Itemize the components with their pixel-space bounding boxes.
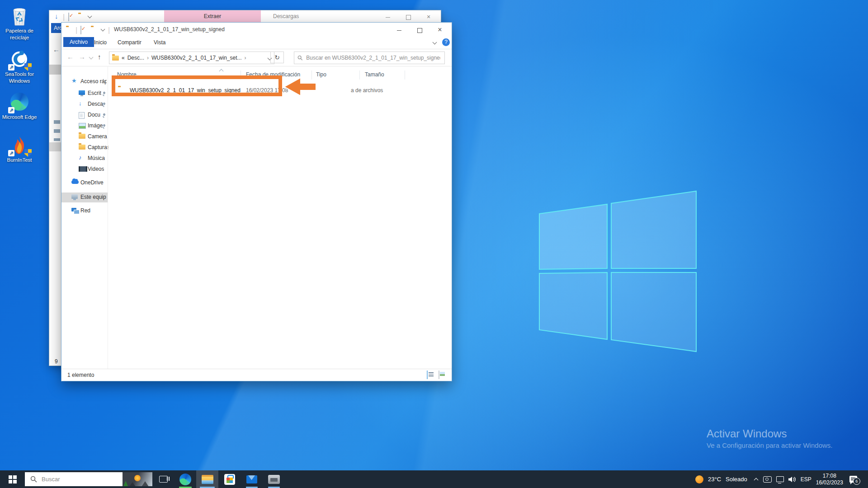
start-button[interactable]: [0, 470, 25, 488]
qat-customize-chevron-icon[interactable]: [88, 14, 92, 19]
notification-center-icon[interactable]: 6: [849, 476, 857, 483]
windows-logo-wallpaper: [520, 181, 723, 361]
back-back-arrow-icon[interactable]: ←: [53, 46, 60, 53]
qat-check-icon[interactable]: [68, 13, 69, 21]
shortcut-arrow-icon: ↗: [8, 107, 14, 113]
ribbon-collapse-chevron-icon[interactable]: [433, 40, 437, 45]
folder-icon: [79, 134, 85, 139]
sidebar-item-documents[interactable]: Docu: [61, 110, 108, 120]
sidebar-item-downloads[interactable]: ↓ Desca: [61, 99, 108, 109]
drive-utility-icon: [268, 475, 280, 484]
sidebar-item-label: Camera: [88, 133, 107, 140]
pin-icon: [103, 124, 106, 127]
desktop-icon-seatools[interactable]: ↗ SeaTools for Windows: [0, 50, 39, 84]
qat-customize-chevron-icon[interactable]: [101, 27, 105, 32]
uac-shield-icon: [24, 149, 32, 157]
sidebar-item-label: Videos: [88, 166, 104, 172]
close-button[interactable]: ×: [430, 23, 450, 36]
sidebar-item-camera[interactable]: Camera: [61, 132, 108, 142]
network-tray-icon[interactable]: [776, 476, 784, 482]
tray-date: 16/02/2023: [816, 479, 843, 486]
column-header-tamano[interactable]: Tamaño: [365, 71, 384, 78]
explorer-window-wusb[interactable]: | | WUSB6300v2_2_1_01_17_win_setup_signe…: [61, 22, 452, 381]
address-row: ← → ↑ « Desc... › WUSB6300v2_2_1_01_17_w…: [61, 49, 452, 66]
separator: |: [63, 13, 65, 21]
sidebar-item-quick-access[interactable]: ★ Acceso ráp: [61, 77, 108, 87]
back-close-button[interactable]: ×: [419, 10, 439, 23]
nav-up-icon[interactable]: ↑: [98, 53, 101, 61]
sidebar-item-this-pc[interactable]: Este equip: [61, 192, 108, 202]
nav-history-chevron-icon[interactable]: [89, 55, 94, 60]
sidebar-item-network[interactable]: Red: [61, 206, 108, 216]
tab-inicio[interactable]: Inicio: [94, 39, 107, 46]
minimize-button[interactable]: [389, 23, 409, 36]
address-bar[interactable]: « Desc... › WUSB6300v2_2_1_01_17_win_set…: [109, 52, 274, 64]
system-tray: 23°C Soleado ESP 17:08 16/02/2023 6: [693, 470, 868, 488]
desktop-icon-recycle-bin[interactable]: Papelera de reciclaje: [0, 6, 39, 41]
this-pc-icon: [71, 194, 78, 199]
tab-extraer[interactable]: Extraer: [164, 10, 261, 23]
column-header-tipo[interactable]: Tipo: [316, 71, 326, 78]
nav-back-icon[interactable]: ←: [67, 53, 74, 61]
taskbar-search-box[interactable]: [25, 472, 152, 486]
weather-sun-icon[interactable]: [695, 475, 703, 483]
taskbar-store-button[interactable]: [218, 470, 241, 488]
meet-camera-icon[interactable]: [763, 476, 772, 483]
nav-forward-icon[interactable]: →: [79, 53, 85, 61]
clock[interactable]: 17:08 16/02/2023: [816, 473, 843, 486]
weather-condition[interactable]: Soleado: [726, 476, 747, 483]
search-highlight-image[interactable]: [123, 472, 152, 486]
sidebar-item-capturas[interactable]: Capturas: [61, 143, 108, 153]
edge-icon: [179, 474, 191, 485]
sidebar-item-videos[interactable]: Videos: [61, 164, 108, 174]
crumb-current[interactable]: WUSB6300v2_2_1_01_17_win_set...: [151, 55, 241, 61]
front-window-title: WUSB6300v2_2_1_01_17_win_setup_signed: [114, 26, 225, 33]
pin-icon: [103, 92, 106, 95]
desktop-icon-edge[interactable]: ↗ Microsoft Edge: [0, 92, 39, 121]
search-icon: [297, 55, 302, 61]
help-icon[interactable]: ?: [442, 38, 450, 46]
crumb-overflow[interactable]: «: [122, 55, 125, 61]
taskbar-mail-button[interactable]: [241, 470, 263, 488]
back-window-titlebar[interactable]: ↓ | Extraer Descargas ×: [49, 10, 441, 23]
details-view-button[interactable]: [427, 371, 428, 379]
activation-title: Activar Windows: [707, 427, 832, 441]
search-input[interactable]: [305, 54, 441, 61]
taskbar-search-input[interactable]: [41, 475, 123, 483]
sidebar-item-music[interactable]: ♪ Música: [61, 154, 108, 164]
back-tab-archivo-partial[interactable]: Arc: [51, 23, 62, 33]
back-minimize-button[interactable]: [378, 10, 398, 23]
back-maximize-button[interactable]: [398, 10, 418, 23]
sidebar-item-pictures[interactable]: Imáge: [61, 121, 108, 131]
volume-icon[interactable]: [788, 476, 796, 483]
taskbar-app-button[interactable]: [263, 470, 285, 488]
tab-extraer-label: Extraer: [204, 13, 222, 19]
sidebar-item-onedrive[interactable]: OneDrive: [61, 178, 108, 188]
taskbar-explorer-button[interactable]: [196, 470, 218, 488]
tray-overflow-chevron-icon[interactable]: [754, 478, 758, 483]
column-separator: [359, 70, 360, 80]
desktop-icon-burnintest[interactable]: ↗ BurnInTest: [0, 136, 39, 164]
thumbnail-view-button[interactable]: [439, 371, 439, 379]
maximize-button[interactable]: [410, 23, 429, 36]
task-view-button[interactable]: [152, 470, 174, 488]
refresh-button[interactable]: ↻: [270, 52, 284, 63]
language-indicator[interactable]: ESP: [801, 476, 811, 483]
search-box[interactable]: [294, 52, 445, 64]
desktop-icon-label: Papelera de reciclaje: [0, 28, 39, 41]
front-window-titlebar[interactable]: | | WUSB6300v2_2_1_01_17_win_setup_signe…: [61, 23, 452, 37]
tab-vista[interactable]: Vista: [154, 39, 165, 46]
tab-archivo[interactable]: Archivo: [63, 37, 94, 47]
weather-temperature[interactable]: 23°C: [708, 476, 721, 483]
sidebar-item-label: OneDrive: [80, 179, 104, 186]
taskbar-edge-button[interactable]: [175, 470, 196, 488]
folder-icon: [79, 145, 85, 150]
sidebar-item-desktop[interactable]: Escrit: [61, 89, 108, 99]
back-selected-fragment: [49, 142, 61, 151]
qat-check-icon[interactable]: [80, 26, 81, 34]
onedrive-cloud-icon: [71, 180, 79, 184]
crumb-descargas[interactable]: Desc...: [127, 55, 144, 61]
ribbon-tab-row: Archivo Inicio Compartir Vista ?: [61, 37, 452, 49]
microsoft-store-icon: [224, 474, 235, 485]
tab-compartir[interactable]: Compartir: [118, 39, 142, 46]
